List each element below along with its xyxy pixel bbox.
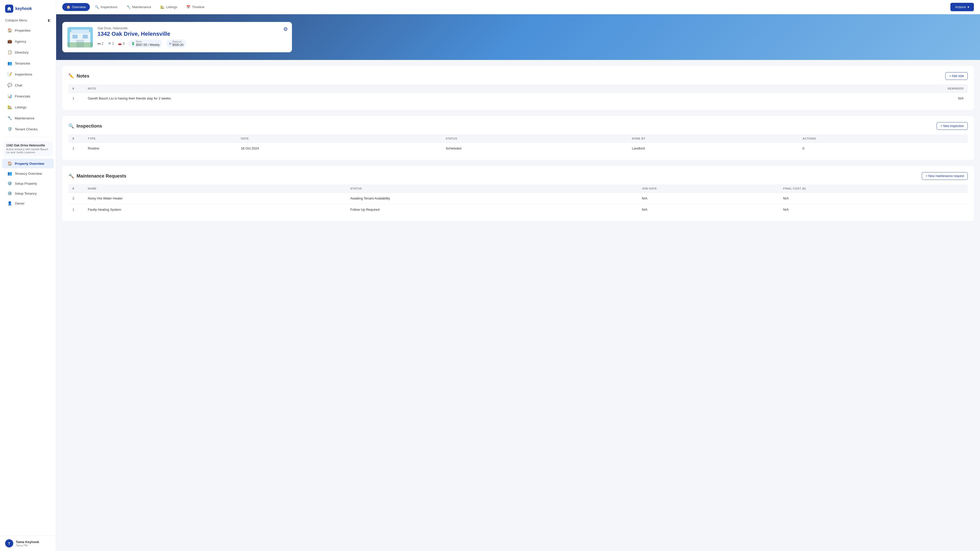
maintenance-icon: 🔧 (7, 116, 12, 121)
maint-num: 1 (68, 204, 84, 215)
inspections-tab-label: Inspections (100, 5, 118, 9)
sidebar-item-tenant-checks[interactable]: 🛡️ Tenant Checks (2, 124, 54, 135)
maint-cost: N/A (779, 193, 968, 204)
balance-badge: ⊙ Balance $500.00 (166, 39, 186, 48)
sidebar-item-inspections[interactable]: 📝 Inspections (2, 69, 54, 79)
sidebar-item-maintenance[interactable]: 🔧 Maintenance (2, 113, 54, 124)
sub-nav-setup-property[interactable]: ⚙️ Setup Property (2, 179, 54, 188)
notes-table: # NOTE REMINDER 1 Gareth Bauch Liu is ha… (68, 84, 968, 104)
property-details: Oak Drive, Helensville 1342 Oak Drive, H… (97, 27, 287, 48)
sub-nav-label-owner: Owner (15, 202, 24, 205)
notes-col-num: # (68, 84, 84, 93)
insp-type: Routine (84, 143, 237, 154)
parking-value: 0 (123, 42, 124, 45)
maintenance-section: 🔨 Maintenance Requests + New maintenance… (62, 166, 974, 221)
topnav-tab-listings[interactable]: 🏡Listings (156, 3, 181, 11)
property-meta: 🛏 2 🚿 1 🚗 0 💲 (97, 39, 287, 48)
main-content: 🏠Overview🔍Inspections🔧Maintenance🏡Listin… (56, 0, 980, 551)
actions-label: Actions (955, 5, 966, 9)
settings-icon[interactable]: ⚙ (283, 26, 288, 32)
maint-num: 2 (68, 193, 84, 204)
sidebar-item-properties[interactable]: 🏠 Properties (2, 25, 54, 36)
note-text: Gareth Bauch Liu is having their friends… (84, 93, 784, 104)
tenant-checks-icon: 🛡️ (7, 127, 12, 132)
building-illustration (67, 27, 93, 48)
maint-col-cost: FINAL COST ($) (779, 184, 968, 193)
app-name: keyhook (15, 6, 32, 11)
notes-table-body: 1 Gareth Bauch Liu is having their frien… (68, 93, 968, 104)
sidebar-item-tenancies[interactable]: 👥 Tenancies (2, 58, 54, 68)
inspections-table-body: 1 Routine 18 Oct 2024 Scheduled Landlord… (68, 143, 968, 154)
insp-col-status: STATUS (442, 135, 628, 143)
actions-button[interactable]: Actions ▾ (950, 3, 974, 11)
sub-nav-label-setup-property: Setup Property (15, 182, 37, 186)
sub-nav-property-overview[interactable]: 🏠 Property Overview (2, 159, 54, 168)
maint-col-status: STATUS (346, 184, 638, 193)
property-overview-icon: 🏠 (7, 161, 12, 166)
maintenance-table-head: # NAME STATUS JOB DATE FINAL COST ($) (68, 184, 968, 193)
inspections-header-row: # TYPE DATE STATUS DONE BY ACTIONS (68, 135, 968, 143)
actions-chevron-icon: ▾ (967, 5, 969, 9)
chat-icon: 💬 (7, 83, 12, 88)
add-note-button[interactable]: + Add note (945, 72, 968, 80)
table-row: 2 Noisy Hot Water Heater Awaiting Tenant… (68, 193, 968, 204)
maint-jobdate: N/A (638, 204, 779, 215)
new-maintenance-button[interactable]: + New maintenance request (922, 172, 968, 180)
sidebar-item-chat[interactable]: 💬 Chat (2, 80, 54, 91)
user-role: Tama PM (16, 544, 39, 547)
logo-icon (5, 5, 13, 13)
tenancy-info: Active tenancy with Gareth Bauch Liu and… (6, 148, 50, 154)
collapse-icon: ◧ (48, 18, 51, 22)
properties-icon: 🏠 (7, 28, 12, 33)
notes-col-note: NOTE (84, 84, 784, 93)
tenancy-overview-icon: 👥 (7, 171, 12, 176)
rent-icon: 💲 (131, 42, 135, 45)
sidebar-item-agency[interactable]: 💼 Agency (2, 36, 54, 47)
insp-status: Scheduled (442, 143, 628, 154)
rent-label: Rent (136, 40, 160, 43)
inspections-icon: 📝 (7, 72, 12, 77)
sidebar-item-listings[interactable]: 🏡 Listings (2, 102, 54, 113)
notes-icon: ✏️ (68, 73, 74, 79)
note-num: 1 (68, 93, 84, 104)
notes-title: ✏️ Notes (68, 73, 89, 79)
sidebar-label-properties: Properties (15, 29, 30, 32)
sidebar-item-financials[interactable]: 📊 Financials (2, 91, 54, 102)
insp-doneby: Landlord (628, 143, 798, 154)
maint-col-name: NAME (84, 184, 346, 193)
overview-tab-label: Overview (72, 5, 86, 9)
sub-nav-tenancy-overview[interactable]: 👥 Tenancy Overview (2, 168, 54, 178)
sub-nav-owner[interactable]: 👤 Owner (2, 198, 54, 208)
maint-jobdate: N/A (638, 193, 779, 204)
property-card: Oak Drive, Helensville 1342 Oak Drive, H… (62, 22, 292, 52)
sidebar-item-directory[interactable]: 📋 Directory (2, 47, 54, 58)
sidebar-logo: keyhook (0, 0, 56, 16)
property-image (67, 27, 93, 48)
collapse-menu-button[interactable]: Collapse Menu ◧ (0, 16, 56, 25)
topnav-tabs: 🏠Overview🔍Inspections🔧Maintenance🏡Listin… (62, 3, 208, 11)
new-inspection-button[interactable]: + New inspection (937, 122, 968, 130)
sub-nav: 🏠 Property Overview 👥 Tenancy Overview ⚙… (0, 159, 56, 208)
inspections-table: # TYPE DATE STATUS DONE BY ACTIONS 1 Rou… (68, 135, 968, 154)
insp-num: 1 (68, 143, 84, 154)
page-content: ✏️ Notes + Add note # NOTE REMINDER (56, 60, 980, 233)
sidebar-label-maintenance: Maintenance (15, 116, 35, 120)
user-name: Tama Keyhook (16, 540, 39, 544)
sub-nav-setup-tenancy[interactable]: ⚙️ Setup Tenancy (2, 189, 54, 198)
setup-tenancy-icon: ⚙️ (7, 191, 12, 196)
sidebar-nav: 🏠 Properties 💼 Agency 📋 Directory 👥 Tena… (0, 25, 56, 135)
topnav-tab-maintenance[interactable]: 🔧Maintenance (123, 3, 155, 11)
user-info: Tama Keyhook Tama PM (16, 540, 39, 547)
hero-section: Oak Drive, Helensville 1342 Oak Drive, H… (56, 14, 980, 60)
sidebar-label-agency: Agency (15, 40, 26, 43)
topnav-tab-inspections[interactable]: 🔍Inspections (91, 3, 121, 11)
rent-value: $567.00 / Weekly (136, 43, 160, 47)
listings-tab-label: Listings (166, 5, 177, 9)
inspections-title-text: Inspections (76, 124, 102, 129)
sidebar: keyhook Collapse Menu ◧ 🏠 Properties 💼 A… (0, 0, 56, 551)
baths-meta: 🚿 1 (107, 42, 114, 45)
svg-rect-4 (83, 35, 88, 38)
maintenance-table: # NAME STATUS JOB DATE FINAL COST ($) 2 … (68, 184, 968, 215)
topnav-tab-overview[interactable]: 🏠Overview (62, 3, 90, 11)
topnav-tab-timeline[interactable]: 📅Timeline (182, 3, 208, 11)
